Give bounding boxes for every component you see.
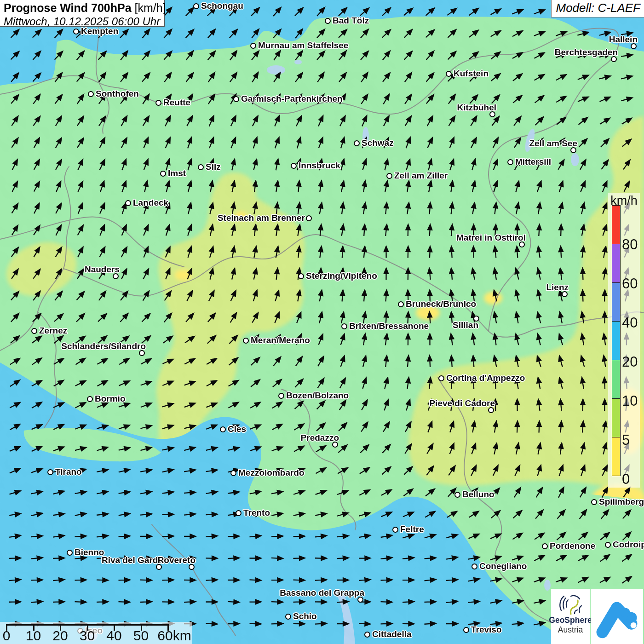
city-label-brixen-bressanone: Brixen/Bressanone bbox=[349, 321, 429, 331]
city-label-trento: Trento bbox=[243, 508, 270, 518]
city-marker-schwaz bbox=[354, 140, 360, 146]
legend-color-5 bbox=[612, 398, 621, 437]
mountain-cloud-icon bbox=[594, 593, 640, 641]
city-label-meran-merano: Meran/Merano bbox=[251, 335, 310, 345]
city-marker-mezzolombardo bbox=[230, 470, 236, 476]
city-label-bormio: Bormio bbox=[95, 394, 126, 404]
city-label-tirano: Tirano bbox=[55, 467, 82, 477]
legend-color-40 bbox=[612, 282, 621, 322]
title-parameter: Prognose Wind 700hPa bbox=[4, 1, 132, 14]
legend-tick-20: 20 bbox=[622, 354, 643, 370]
scalebar-label-10: 10 bbox=[26, 628, 41, 644]
city-label-lienz: Lienz bbox=[546, 282, 569, 293]
city-label-zernez: Zernez bbox=[39, 326, 67, 336]
city-label-hallein: Hallein bbox=[609, 34, 638, 45]
legend-tick-10: 10 bbox=[622, 393, 643, 409]
city-marker-mittersill bbox=[507, 159, 513, 165]
legend-tick-60: 60 bbox=[622, 276, 643, 292]
city-label-kufstein: Kufstein bbox=[454, 69, 489, 79]
scalebar-label-50: 50 bbox=[133, 628, 149, 644]
city-label-pordenone: Pordenone bbox=[550, 541, 595, 551]
title-unit: [km/h] bbox=[132, 1, 166, 14]
city-marker-treviso bbox=[463, 627, 469, 633]
city-label-treviso: Treviso bbox=[471, 625, 502, 635]
city-label-codroipo: Codroipo bbox=[613, 540, 644, 550]
city-marker-cittadella bbox=[364, 632, 370, 638]
legend-color-20 bbox=[612, 321, 621, 360]
city-marker-imst bbox=[160, 171, 166, 177]
city-marker-bozen-bolzano bbox=[278, 393, 284, 399]
city-marker-silz bbox=[198, 164, 204, 170]
page-title: Prognose Wind 700hPa [km/h] bbox=[4, 1, 161, 15]
city-marker-conegliano bbox=[472, 564, 477, 569]
city-label-sonthofen: Sonthofen bbox=[96, 89, 139, 99]
legend-tick-40: 40 bbox=[622, 315, 643, 331]
geosphere-logo-subtext: Austria bbox=[558, 625, 583, 635]
city-label-bozen-bolzano: Bozen/Bolzano bbox=[286, 391, 349, 401]
city-label-zell-am-see: Zell am See bbox=[529, 138, 577, 149]
city-label-schlanders-silandro: Schlanders/Silandro bbox=[61, 341, 146, 351]
scalebar-label-60km: 60km bbox=[157, 628, 191, 644]
geosphere-logo-text: GeoSphere bbox=[549, 615, 592, 625]
city-label-bruneck-brunico: Bruneck/Brunico bbox=[406, 299, 476, 309]
weather-map-screenshot: SchongauBad TölzKemptenMurnau am Staffel… bbox=[0, 0, 644, 644]
city-marker-belluno bbox=[454, 492, 460, 498]
title-box: Prognose Wind 700hPa [km/h] Mittwoch, 10… bbox=[0, 0, 165, 27]
city-marker-zernez bbox=[31, 328, 37, 334]
city-label-garmisch-partenkirchen: Garmisch-Partenkirchen bbox=[241, 94, 343, 104]
city-label-sterzing-vipiteno: Sterzing/Vipiteno bbox=[306, 271, 377, 281]
city-marker-schongau bbox=[193, 3, 199, 9]
city-marker-bad-t-lz bbox=[325, 18, 331, 24]
city-marker-pordenone bbox=[542, 543, 548, 549]
scalebar-label-30: 30 bbox=[80, 628, 95, 644]
city-marker-bienno bbox=[67, 550, 73, 556]
city-label-cittadella: Cittadella bbox=[372, 629, 412, 639]
city-label-pieve-di-cadore: Pieve di Cadore bbox=[429, 398, 495, 408]
city-label-spilimbergo: Spilimbergo bbox=[599, 497, 644, 507]
legend-tick-0: 0 bbox=[622, 471, 643, 488]
city-label-rovereto: Rovereto bbox=[158, 555, 196, 565]
city-label-berchtesgaden: Berchtesgaden bbox=[555, 47, 618, 58]
city-marker-bormio bbox=[87, 396, 93, 402]
city-label-murnau-am-staffelsee: Murnau am Staffelsee bbox=[258, 40, 348, 51]
city-marker-trento bbox=[236, 510, 242, 516]
city-marker-landeck bbox=[125, 200, 131, 206]
legend-color-80 bbox=[612, 205, 621, 244]
city-marker-sonthofen bbox=[88, 91, 94, 97]
city-marker-schio bbox=[285, 614, 291, 620]
city-label-nauders: Nauders bbox=[85, 264, 120, 275]
city-marker-tirano bbox=[47, 469, 53, 475]
forecast-datetime: Mittwoch, 10.12.2025 06:00 Uhr bbox=[4, 15, 161, 28]
city-label-schongau: Schongau bbox=[201, 1, 243, 11]
model-label: Modell: C-LAEF bbox=[551, 0, 644, 17]
city-marker-meran-merano bbox=[243, 338, 249, 344]
city-marker-sterzing-vipiteno bbox=[298, 273, 304, 279]
city-label-matrei-in-osttirol: Matrei in Osttirol bbox=[456, 233, 526, 243]
scalebar-label-0: 0 bbox=[3, 628, 11, 644]
city-label-conegliano: Conegliano bbox=[479, 561, 527, 571]
city-label-bienno: Bienno bbox=[75, 547, 104, 558]
city-marker-cles bbox=[220, 426, 226, 432]
city-label-feltre: Feltre bbox=[400, 524, 424, 535]
city-label-silz: Silz bbox=[206, 162, 221, 172]
city-marker-brixen-bressanone bbox=[341, 323, 347, 329]
city-marker-kufstein bbox=[446, 71, 452, 77]
city-label-schwaz: Schwaz bbox=[362, 138, 394, 148]
legend-color-0 bbox=[612, 437, 621, 476]
legend-tick-80: 80 bbox=[622, 236, 643, 253]
legend-colorbar bbox=[612, 206, 621, 476]
city-label-predazzo: Predazzo bbox=[301, 433, 339, 443]
legend-color-60 bbox=[612, 244, 621, 283]
city-label-schio: Schio bbox=[293, 611, 317, 621]
city-label-riva-del-garda: Riva del Garda bbox=[102, 555, 163, 565]
city-marker-bruneck-brunico bbox=[398, 301, 404, 307]
city-label-cles: Cles bbox=[228, 424, 246, 434]
city-marker-zell-am-ziller bbox=[386, 173, 392, 179]
city-label-imst: Imst bbox=[168, 168, 186, 178]
city-marker-murnau-am-staffelsee bbox=[250, 43, 256, 49]
city-label-reutte: Reutte bbox=[163, 98, 190, 108]
city-marker-feltre bbox=[392, 527, 398, 533]
city-marker-steinach-am-brenner bbox=[306, 215, 312, 221]
geosphere-contour-icon bbox=[557, 592, 584, 616]
city-label-landeck: Landeck bbox=[133, 198, 168, 208]
